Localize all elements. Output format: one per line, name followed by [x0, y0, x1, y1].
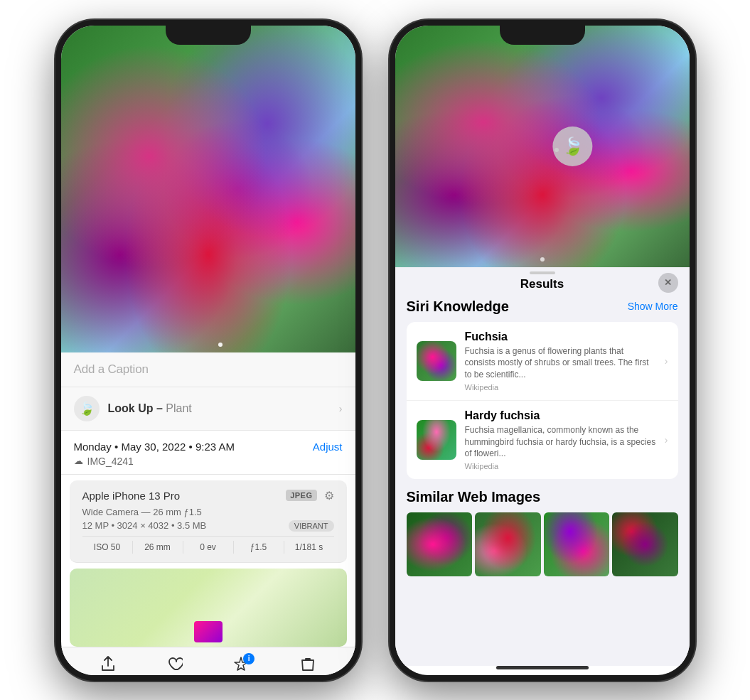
- adjust-button[interactable]: Adjust: [313, 441, 343, 453]
- show-more-button[interactable]: Show More: [628, 301, 678, 312]
- knowledge-item-hardy-fuchsia[interactable]: Hardy fuchsia Fuchsia magellanica, commo…: [407, 401, 678, 479]
- fuchsia-chevron-icon: ›: [665, 355, 668, 367]
- map-thumbnail: [194, 621, 223, 642]
- fuchsia-name: Fuchsia: [465, 330, 656, 343]
- right-flower-bg: [395, 26, 690, 267]
- photo-info-section: Monday • May 30, 2022 • 9:23 AM Adjust ☁…: [61, 431, 355, 475]
- exif-row: ISO 50 26 mm 0 ev ƒ1.5 1/181 s: [82, 536, 334, 554]
- similar-image-2[interactable]: [475, 512, 541, 576]
- siri-knowledge-section: Siri Knowledge Show More Fuchsia Fuchsia…: [395, 298, 690, 480]
- similar-images-title: Similar Web Images: [407, 489, 678, 505]
- similar-image-3[interactable]: [544, 512, 610, 576]
- cloud-icon: ☁: [74, 456, 83, 466]
- exif-iso: ISO 50: [82, 541, 133, 554]
- flower-photo[interactable]: [61, 26, 355, 352]
- exif-mm: 26 mm: [133, 541, 183, 554]
- format-badge: JPEG: [286, 490, 316, 501]
- hardy-fuchsia-source: Wikipedia: [465, 462, 656, 470]
- results-handle: [530, 271, 555, 274]
- hardy-fuchsia-thumbnail: [417, 420, 456, 460]
- results-panel: Results ✕ Siri Knowledge Show More Fuchs…: [395, 267, 690, 666]
- filter-badge: VIBRANT: [289, 520, 334, 532]
- date-row: Monday • May 30, 2022 • 9:23 AM Adjust: [74, 441, 343, 453]
- settings-icon: ⚙: [324, 489, 334, 502]
- camera-info: Wide Camera — 26 mm ƒ1.5: [82, 507, 334, 517]
- fuchsia-content: Fuchsia Fuchsia is a genus of flowering …: [465, 330, 656, 392]
- hardy-fuchsia-name: Hardy fuchsia: [465, 409, 656, 422]
- flower-background: [61, 26, 355, 352]
- right-home-indicator: [496, 666, 589, 669]
- exif-aperture: ƒ1.5: [234, 541, 284, 554]
- left-phone-screen: Add a Caption 🍃 Look Up – Plant › Monday…: [61, 26, 355, 675]
- results-title: Results: [520, 277, 564, 291]
- knowledge-card: Fuchsia Fuchsia is a genus of flowering …: [407, 322, 678, 480]
- exif-shutter: 1/181 s: [284, 541, 334, 554]
- similar-image-4[interactable]: [612, 512, 678, 576]
- siri-badge: 🍃: [553, 126, 593, 166]
- siri-knowledge-title: Siri Knowledge: [407, 298, 509, 315]
- close-button[interactable]: ✕: [658, 273, 678, 293]
- info-badge: i: [243, 653, 255, 664]
- caption-placeholder[interactable]: Add a Caption: [74, 362, 149, 376]
- specs-row: 12 MP • 3024 × 4032 • 3.5 MB VIBRANT: [82, 520, 334, 532]
- siri-dot: [555, 148, 559, 152]
- photo-scroll-indicator: [218, 343, 223, 347]
- similar-web-images-section: Similar Web Images: [395, 479, 690, 583]
- filename-row: ☁ IMG_4241: [74, 456, 343, 467]
- hardy-fuchsia-content: Hardy fuchsia Fuchsia magellanica, commo…: [465, 409, 656, 470]
- knowledge-item-fuchsia[interactable]: Fuchsia Fuchsia is a genus of flowering …: [407, 322, 678, 401]
- map-section[interactable]: [70, 569, 347, 647]
- exif-ev: 0 ev: [183, 541, 234, 554]
- bottom-toolbar: i: [61, 647, 355, 675]
- siri-knowledge-header: Siri Knowledge Show More: [407, 298, 678, 315]
- dot-1: [218, 343, 223, 347]
- info-button[interactable]: i: [233, 656, 249, 672]
- lookup-row[interactable]: 🍃 Look Up – Plant ›: [61, 387, 355, 431]
- fuchsia-source: Wikipedia: [465, 383, 656, 392]
- caption-area[interactable]: Add a Caption: [61, 352, 355, 387]
- specs-text: 12 MP • 3024 × 4032 • 3.5 MB: [82, 520, 207, 531]
- right-flower-photo: 🍃: [395, 26, 690, 267]
- favorite-button[interactable]: [167, 656, 183, 672]
- filename-text: IMG_4241: [87, 456, 134, 467]
- date-text: Monday • May 30, 2022 • 9:23 AM: [74, 441, 235, 453]
- hardy-fuchsia-description: Fuchsia magellanica, commonly known as t…: [465, 424, 656, 460]
- device-section: Apple iPhone 13 Pro JPEG ⚙ Wide Camera —…: [70, 480, 347, 563]
- heart-icon: [167, 656, 183, 672]
- right-phone: 🍃 Results ✕ Siri Knowledge Show More: [390, 20, 695, 681]
- device-name: Apple iPhone 13 Pro: [82, 490, 181, 502]
- lookup-label: Look Up – Plant: [108, 402, 192, 415]
- lookup-chevron-icon: ›: [339, 403, 343, 414]
- similar-image-1[interactable]: [407, 512, 473, 576]
- share-icon: [100, 656, 116, 672]
- fuchsia-description: Fuchsia is a genus of flowering plants t…: [465, 345, 656, 381]
- hardy-fuchsia-chevron-icon: ›: [665, 434, 668, 446]
- lookup-icon: 🍃: [74, 396, 100, 421]
- delete-button[interactable]: [300, 656, 316, 672]
- trash-icon: [300, 656, 316, 672]
- right-phone-screen: 🍃 Results ✕ Siri Knowledge Show More: [395, 26, 690, 675]
- similar-images-grid: [407, 512, 678, 576]
- device-row: Apple iPhone 13 Pro JPEG ⚙: [82, 489, 334, 502]
- fuchsia-thumbnail: [417, 341, 456, 381]
- thumbnail-image: [194, 621, 223, 642]
- results-header: Results ✕: [395, 267, 690, 298]
- left-phone: Add a Caption 🍃 Look Up – Plant › Monday…: [55, 20, 361, 681]
- page-indicator: [540, 257, 545, 262]
- share-button[interactable]: [100, 656, 116, 672]
